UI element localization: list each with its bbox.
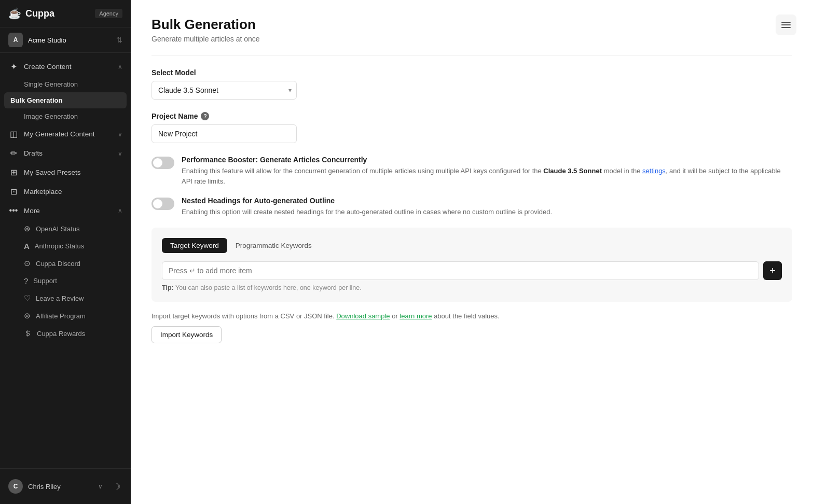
openai-icon: ⊛ <box>24 224 31 233</box>
model-select-wrapper: Claude 3.5 Sonnet GPT-4o GPT-4 Turbo Cla… <box>151 81 297 100</box>
workspace-selector[interactable]: A Acme Studio ⇅ <box>0 27 131 53</box>
nested-headings-content: Nested Headings for Auto-generated Outli… <box>182 197 552 217</box>
sidebar-item-my-saved-presets[interactable]: ⊞ My Saved Presets <box>0 163 131 182</box>
sidebar-item-more[interactable]: ••• More ∧ <box>0 201 131 220</box>
page-subtitle: Generate multiple articles at once <box>151 35 792 43</box>
tab-programmatic-keywords[interactable]: Programmatic Keywords <box>227 238 320 253</box>
nested-headings-title: Nested Headings for Auto-generated Outli… <box>182 197 552 205</box>
plus-icon: + <box>769 265 776 276</box>
sidebar-item-drafts[interactable]: ✏ Drafts ∨ <box>0 144 131 163</box>
sidebar: ☕ Cuppa Agency A Acme Studio ⇅ ✦ Create … <box>0 0 131 504</box>
tab-target-keyword[interactable]: Target Keyword <box>162 238 227 253</box>
keyword-tabs: Target Keyword Programmatic Keywords <box>162 238 782 253</box>
add-keyword-button[interactable]: + <box>763 261 782 280</box>
sidebar-item-label: More <box>24 207 113 215</box>
create-content-icon: ✦ <box>8 62 19 72</box>
sidebar-item-marketplace[interactable]: ⊡ Marketplace <box>0 182 131 201</box>
sidebar-item-label: My Saved Presets <box>24 169 122 176</box>
divider <box>151 55 792 56</box>
import-keywords-button[interactable]: Import Keywords <box>151 326 222 343</box>
menu-line <box>781 27 791 28</box>
perf-booster-desc: Enabling this feature will allow for the… <box>182 166 792 186</box>
agency-badge: Agency <box>95 9 122 18</box>
model-select[interactable]: Claude 3.5 Sonnet GPT-4o GPT-4 Turbo Cla… <box>151 81 297 100</box>
settings-link[interactable]: settings <box>642 167 666 175</box>
chevron-up-icon: ∧ <box>118 63 122 71</box>
leave-review-label: Leave a Review <box>36 295 84 302</box>
dark-mode-button[interactable]: ☽ <box>111 480 122 494</box>
toggle-slider <box>151 198 174 210</box>
sidebar-item-openai-status[interactable]: ⊛ OpenAI Status <box>0 220 131 237</box>
openai-status-label: OpenAI Status <box>36 225 80 233</box>
more-icon: ••• <box>8 206 19 215</box>
marketplace-icon: ⊡ <box>8 187 19 197</box>
hamburger-menu-button[interactable] <box>776 15 796 35</box>
learn-more-link[interactable]: learn more <box>399 312 432 320</box>
generated-content-icon: ◫ <box>8 129 19 139</box>
help-icon[interactable]: ? <box>201 112 209 120</box>
nav-main: ✦ Create Content ∧ Single Generation Bul… <box>0 53 131 347</box>
project-name-group: Project Name ? <box>151 112 792 143</box>
affiliate-icon: ⊚ <box>24 311 31 320</box>
sidebar-item-anthropic-status[interactable]: A Anthropic Status <box>0 237 131 255</box>
sidebar-item-image-generation[interactable]: Image Generation <box>0 108 131 124</box>
sidebar-item-label: Create Content <box>24 63 113 71</box>
user-avatar: C <box>8 479 23 494</box>
menu-line <box>781 22 791 23</box>
sidebar-item-affiliate-program[interactable]: ⊚ Affiliate Program <box>0 307 131 325</box>
sidebar-item-cuppa-rewards[interactable]: ＄ Cuppa Rewards <box>0 325 131 343</box>
user-chevron-icon: ∨ <box>98 483 103 490</box>
keyword-input[interactable] <box>162 261 759 280</box>
sidebar-header: ☕ Cuppa Agency <box>0 0 131 27</box>
chevron-up-icon: ∧ <box>118 207 122 214</box>
nested-headings-row: Nested Headings for Auto-generated Outli… <box>151 197 792 217</box>
perf-booster-title: Performance Booster: Generate Articles C… <box>182 156 792 164</box>
select-model-label: Select Model <box>151 68 792 77</box>
import-info: Import target keywords with options from… <box>151 312 792 320</box>
toggle-slider <box>151 157 174 169</box>
sidebar-item-create-content[interactable]: ✦ Create Content ∧ <box>0 57 131 76</box>
select-model-group: Select Model Claude 3.5 Sonnet GPT-4o GP… <box>151 68 792 100</box>
bulk-generation-label: Bulk Generation <box>10 96 62 104</box>
keyword-input-row: + <box>162 261 782 280</box>
sidebar-item-my-generated-content[interactable]: ◫ My Generated Content ∨ <box>0 124 131 144</box>
sidebar-footer: C Chris Riley ∨ ☽ <box>0 468 131 504</box>
project-name-input[interactable] <box>151 124 297 143</box>
perf-booster-toggle[interactable] <box>151 157 174 169</box>
cuppa-rewards-label: Cuppa Rewards <box>37 330 85 338</box>
workspace-avatar: A <box>8 33 23 47</box>
logo-icon: ☕ <box>8 7 21 20</box>
sidebar-item-label: Marketplace <box>24 188 122 195</box>
support-icon: ? <box>24 276 28 285</box>
keyword-tip: Tip: You can also paste a list of keywor… <box>162 284 782 291</box>
heart-icon: ♡ <box>24 293 31 303</box>
download-sample-link[interactable]: Download sample <box>336 312 390 320</box>
perf-booster-content: Performance Booster: Generate Articles C… <box>182 156 792 186</box>
saved-presets-icon: ⊞ <box>8 167 19 177</box>
workspace-chevron-icon: ⇅ <box>116 36 122 44</box>
nested-headings-toggle[interactable] <box>151 198 174 210</box>
chevron-down-icon: ∨ <box>118 131 122 138</box>
app-logo: ☕ Cuppa <box>8 7 54 20</box>
page-title: Bulk Generation <box>151 17 792 33</box>
menu-line <box>781 24 791 25</box>
sidebar-item-leave-review[interactable]: ♡ Leave a Review <box>0 289 131 307</box>
image-generation-label: Image Generation <box>24 113 78 120</box>
user-row[interactable]: C Chris Riley ∨ ☽ <box>0 474 131 499</box>
cuppa-discord-label: Cuppa Discord <box>36 260 80 268</box>
nested-headings-desc: Enabling this option will create nested … <box>182 207 552 217</box>
sidebar-item-cuppa-discord[interactable]: ⊙ Cuppa Discord <box>0 255 131 272</box>
app-name: Cuppa <box>25 8 54 19</box>
perf-booster-row: Performance Booster: Generate Articles C… <box>151 156 792 186</box>
workspace-name: Acme Studio <box>28 36 111 44</box>
sidebar-item-bulk-generation[interactable]: Bulk Generation <box>4 92 127 108</box>
project-name-label: Project Name ? <box>151 112 792 120</box>
single-generation-label: Single Generation <box>24 80 78 88</box>
discord-icon: ⊙ <box>24 259 31 268</box>
sidebar-item-label: Drafts <box>24 149 113 157</box>
sidebar-item-single-generation[interactable]: Single Generation <box>0 76 131 92</box>
keyword-box: Target Keyword Programmatic Keywords + T… <box>151 228 792 302</box>
drafts-icon: ✏ <box>8 148 19 158</box>
sidebar-item-support[interactable]: ? Support <box>0 272 131 289</box>
rewards-icon: ＄ <box>24 329 32 339</box>
